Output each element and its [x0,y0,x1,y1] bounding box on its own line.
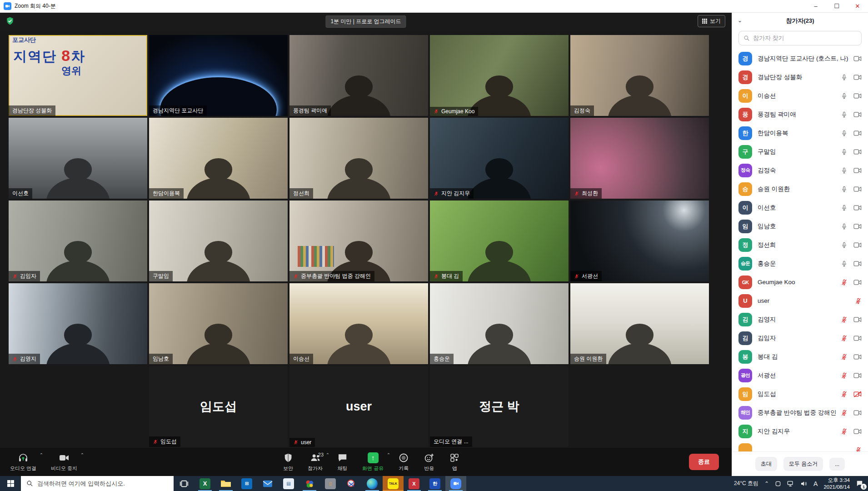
invite-button[interactable]: 초대 [755,457,777,471]
video-tile[interactable]: 구말임 [149,200,288,281]
taskbar-app-store[interactable]: ⊞ [236,476,257,491]
participant-row[interactable]: 이 이선호 [732,198,868,217]
video-tile[interactable]: 포교사단지역단 8차영위 경남단장 성불화 [9,35,147,116]
participant-row[interactable]: 승 승원 이원환 [732,180,868,198]
chevron-up-icon[interactable]: ⌃ [326,452,329,457]
end-meeting-button[interactable]: 종료 [689,454,719,470]
participant-silhouette [46,324,110,364]
video-tile[interactable]: 김임자 [9,200,147,281]
participant-row[interactable]: 구 구말임 [732,142,868,161]
taskbar-app-explorer[interactable] [215,476,236,491]
video-tile[interactable]: 임남호 [149,283,288,364]
participant-row[interactable]: 정 정선희 [732,235,868,254]
video-tile[interactable]: 김영지 [9,283,147,364]
view-button[interactable]: 보기 [698,15,725,27]
participant-row[interactable]: 김 김영지 [732,310,868,329]
video-tile[interactable]: 이선호 [9,118,147,199]
participant-row[interactable]: 봉 봉대 김 [732,347,868,366]
network-icon[interactable] [787,481,794,487]
taskbar-app-zoomapp[interactable] [445,476,466,491]
participant-row[interactable]: 김 김임자 [732,329,868,347]
record-button[interactable]: 기록 [391,448,416,476]
participant-row[interactable]: 한 한담이용복 [732,124,868,142]
video-tile[interactable]: 경남지역단 포교사단 [149,35,288,116]
chat-button[interactable]: 채팅 [330,448,355,476]
taskbar-app-excel[interactable]: X [195,476,215,491]
taskbar-clock[interactable]: 오후 3:34 2021/08/14 [823,477,850,490]
chevron-up-icon[interactable]: ⌃ [387,452,390,457]
participant-row[interactable]: 풍 풍경팀 곽미애 [732,105,868,124]
video-tile[interactable]: 임도섭 임도섭 [149,366,288,447]
participant-row[interactable]: 이 이승선 [732,86,868,105]
maximize-button[interactable]: ☐ [826,0,847,12]
collapse-panel-chevron-icon[interactable]: ⌄ [738,17,742,24]
taskbar-app-taskview[interactable] [174,476,195,491]
video-tile[interactable]: 정선희 [289,118,428,199]
participant-row[interactable]: 임 임남호 [732,217,868,235]
participant-row[interactable]: 승운 홍승운 [732,254,868,273]
start-button[interactable] [0,476,21,491]
taskbar-app-edge[interactable] [362,476,383,491]
show-hidden-icons-chevron[interactable]: ⌃ [764,481,769,487]
video-tile[interactable]: 서광선 [570,200,709,281]
stop-video-button[interactable]: 비디오 중지 ⌃ [44,448,85,476]
notification-center-icon[interactable]: 1 [856,480,863,487]
participants-button[interactable]: 참가자 23 ⌃ [300,448,330,476]
taskbar-app-mail[interactable] [257,476,278,491]
participant-row[interactable]: 지 지안 김지우 [732,422,868,441]
close-button[interactable]: ✕ [847,0,868,12]
more-options-button[interactable]: ... [829,458,845,471]
participant-row[interactable]: 경 경남단장 성불화 [732,68,868,86]
video-tile[interactable]: 김정숙 [570,35,709,116]
share-screen-button[interactable]: ↑ 화면 공유 ⌃ [355,448,391,476]
video-tile[interactable]: 정근 박 오디오 연결 ... [430,366,569,447]
upgrade-banner[interactable]: 1분 미만 | 프로로 업그레이드 [325,15,406,28]
taskbar-app-hancom[interactable]: 한 [424,476,445,491]
ime-indicator[interactable]: A [813,480,818,487]
reactions-icon [424,452,434,463]
taskbar-app-colorapp[interactable] [299,476,320,491]
participant-row[interactable]: GK Geumjae Koo [732,273,868,291]
participant-row[interactable]: 광선 서광선 [732,366,868,385]
video-tile[interactable]: 홍승운 [430,283,569,364]
participant-row[interactable]: U user [732,291,868,310]
tray-app-icon[interactable] [775,481,781,487]
chevron-up-icon[interactable]: ⌃ [40,452,43,457]
record-label: 기록 [399,465,409,472]
join-audio-button[interactable]: 오디오 연결 ⌃ [3,448,44,476]
participant-row[interactable]: 정숙 김정숙 [732,161,868,180]
security-button[interactable]: 보안 [276,448,300,476]
video-tile[interactable]: 풍경팀 곽미애 [289,35,428,116]
video-tile[interactable]: 한담이용복 [149,118,288,199]
video-tile[interactable]: 최성환 [570,118,709,199]
video-tile[interactable]: 봉대 김 [430,200,569,281]
participant-row[interactable]: 경 경남지역단 포교사단 (호스트, 나) [732,49,868,68]
participant-row[interactable]: 임 임도섭 [732,385,868,403]
participant-row[interactable]: 해인 중부총괄 반야팀 법중 강해인 [732,403,868,422]
video-tile[interactable]: Geumjae Koo [430,35,569,116]
taskbar-search-input[interactable]: 검색하려면 여기에 입력하십시오. [21,476,174,491]
video-tile[interactable]: 중부총괄 반야팀 법중 강해인 [289,200,428,281]
taskbar-app-cardapp[interactable]: ▤ [278,476,299,491]
taskbar-app-kakao[interactable]: TALK [383,476,404,491]
taskbar-app-clipapp[interactable] [341,476,362,491]
participant-row[interactable] [732,441,868,451]
muted-mic-icon [293,274,299,279]
video-tile[interactable]: user user [289,366,428,447]
chevron-up-icon[interactable]: ⌃ [80,452,84,457]
video-tile[interactable]: 지안 김지우 [430,118,569,199]
meeting-info-shield-icon[interactable] [5,16,15,25]
reactions-button[interactable]: 반응 [416,448,442,476]
taskbar-date: 2021/08/14 [823,484,850,490]
apps-button[interactable]: 앱 [442,448,467,476]
participant-search-input[interactable]: 참가자 찾기 [738,31,862,45]
taskbar-app-cabinet[interactable]: ▯ [320,476,341,491]
taskbar-app-xplus[interactable]: X [404,476,424,491]
video-tile[interactable]: 승원 이원환 [570,283,709,364]
minimize-button[interactable]: – [805,0,826,12]
video-tile[interactable]: 이승선 [289,283,428,364]
weather-widget[interactable]: 24°C 흐림 [734,480,758,487]
volume-icon[interactable] [800,481,808,487]
headphones-icon [18,452,29,463]
mute-all-button[interactable]: 모두 음소거 [783,457,823,471]
